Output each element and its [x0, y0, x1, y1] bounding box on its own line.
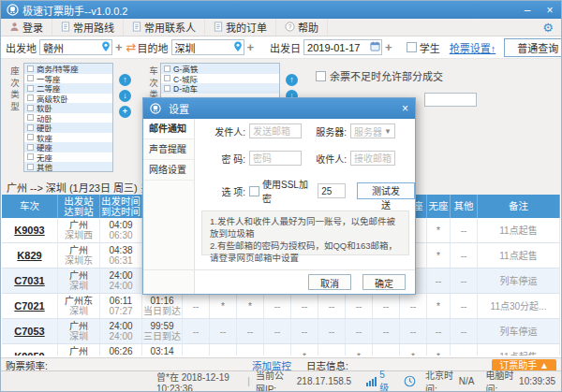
student-checkbox[interactable] — [407, 42, 417, 52]
to-label: 目的地 — [138, 40, 169, 55]
option-label: 其他 — [37, 161, 52, 172]
seat-cell: -- — [210, 319, 237, 343]
arrival-day: 当日到达 — [143, 306, 181, 316]
toolbar-item-label: 常用路线 — [73, 20, 114, 35]
date-input[interactable] — [303, 39, 382, 55]
departure-time: 04:38 — [109, 245, 132, 255]
seat-value: -- — [302, 327, 308, 337]
dialog-tab-3[interactable]: 网络设置 — [143, 160, 194, 181]
checkbox[interactable] — [164, 65, 170, 72]
header-line: 达到站 — [64, 207, 94, 217]
checkbox[interactable] — [27, 124, 34, 131]
partial-deal-option[interactable]: 余票不足时允许部分成交 — [316, 68, 443, 83]
extra-filter-input[interactable] — [424, 93, 477, 107]
seat-value: -- — [436, 276, 442, 286]
toolbar-item-contacts[interactable]: 常用联系人 — [124, 19, 205, 36]
grab-settings-link[interactable]: 抢票设置↑ — [450, 40, 496, 55]
password-input[interactable] — [249, 151, 302, 166]
checkbox[interactable] — [164, 75, 170, 81]
move-up-button[interactable]: ↑ — [119, 74, 131, 86]
seat-cell: -- — [264, 294, 291, 318]
table-row[interactable]: C7053广州深圳24:0024:0099:59三日到达------------… — [2, 319, 560, 344]
date-label: 出发日 — [270, 40, 301, 55]
other-cell: -- — [451, 344, 478, 356]
checkbox[interactable] — [27, 153, 34, 160]
computer-time-label: 电脑时间: — [485, 368, 516, 392]
dialog-tab-1[interactable]: 邮件通知 — [143, 119, 194, 139]
other-cell: -- — [451, 218, 478, 242]
table-row[interactable]: C7021广州东深圳06:1107:2701:16当日到达--**-------… — [2, 294, 560, 319]
no-seat-cell: * — [427, 294, 451, 318]
checkbox[interactable] — [27, 105, 34, 111]
minimize-button[interactable]: – — [522, 5, 533, 16]
checkbox[interactable] — [27, 94, 34, 101]
sender-label: 发件人: — [210, 124, 245, 138]
checkbox[interactable] — [27, 164, 34, 170]
gear-icon[interactable]: ⚙ — [542, 22, 554, 34]
move-down-button[interactable]: ↓ — [119, 90, 131, 102]
checkbox[interactable] — [27, 134, 34, 140]
header-line: 车次 — [20, 201, 39, 211]
remark-text: 列车停运 — [500, 276, 538, 286]
toolbar-item-routes[interactable]: 常用路线 — [52, 19, 124, 36]
ssl-option[interactable]: 使用SSL加密 — [249, 177, 310, 205]
add-to-button[interactable]: + — [247, 40, 255, 54]
remark-cell: 11点起售 — [478, 243, 560, 268]
seat-cell: -- — [346, 294, 373, 318]
to-input[interactable] — [171, 39, 244, 55]
seat-type-option[interactable]: 其他 — [24, 162, 112, 172]
ok-button[interactable]: 确定 — [362, 274, 406, 290]
checkbox[interactable] — [27, 75, 34, 81]
checkbox[interactable] — [27, 85, 34, 92]
sender-input[interactable] — [249, 123, 302, 138]
seat-value: -- — [461, 301, 467, 312]
close-button[interactable]: × — [544, 5, 555, 16]
seat-value: * — [248, 301, 252, 312]
seat-value: -- — [329, 352, 335, 356]
partial-deal-checkbox[interactable] — [316, 71, 326, 81]
train-number-link[interactable]: C7053 — [14, 327, 44, 337]
toolbar-item-help[interactable]: ?帮助 — [276, 19, 328, 36]
port-input[interactable] — [318, 183, 346, 198]
test-send-button[interactable]: 测试发送 — [357, 182, 415, 199]
checkbox[interactable] — [27, 65, 34, 72]
toolbar-item-label: 我的订单 — [226, 20, 267, 35]
seat-type-listbox[interactable]: 商务/特等座一等座二等座高级软卧软卧动卧硬卧软座硬座无座其他 — [23, 63, 113, 172]
toolbar-item-login[interactable]: 登录 — [1, 19, 52, 36]
other-cell: -- — [451, 269, 478, 293]
options-row: 选 项: 使用SSL加密 测试发送 — [195, 177, 415, 205]
duration-cell: 03:14当日到达 — [142, 344, 183, 356]
toolbar-item-orders[interactable]: 我的订单 — [205, 19, 276, 36]
train-type-option[interactable]: D-动车 — [161, 83, 279, 94]
train-number-link[interactable]: C7021 — [14, 301, 44, 312]
contacts-icon — [132, 22, 141, 34]
dialog-title-bar: 设置 × — [143, 98, 415, 119]
dialog-close-icon[interactable]: × — [402, 102, 408, 115]
train-number-link[interactable]: K829 — [17, 251, 41, 261]
header-line: 无座 — [429, 201, 449, 211]
add-from-button[interactable]: + — [115, 40, 123, 54]
add-button[interactable]: + — [119, 106, 131, 118]
to-station: 深圳东 — [65, 255, 93, 266]
train-number-link[interactable]: C7031 — [14, 276, 44, 286]
normal-query-button[interactable]: 普通查询 — [504, 38, 562, 57]
receiver-input[interactable] — [350, 151, 395, 166]
student-option[interactable]: 学生 — [407, 40, 440, 55]
checkbox[interactable] — [27, 144, 34, 151]
dialog-tab-2[interactable]: 声音提醒 — [143, 139, 194, 160]
from-input[interactable] — [39, 39, 112, 55]
train-number-link[interactable]: K9059 — [14, 352, 44, 356]
ip-label: 当前公网IP: — [256, 368, 293, 392]
no-seat-cell: -- — [427, 269, 451, 293]
add-date-button[interactable]: + — [385, 40, 392, 54]
swap-stations-icon[interactable]: ⇄ — [126, 40, 137, 54]
checkbox[interactable] — [27, 114, 34, 121]
move-up-button[interactable]: ↑ — [286, 74, 298, 86]
train-number-link[interactable]: K9093 — [14, 225, 44, 236]
server-select[interactable]: 服务器 ▼ — [350, 123, 395, 138]
checkbox[interactable] — [164, 85, 170, 92]
cancel-button[interactable]: 取消 — [308, 274, 351, 290]
ssl-checkbox[interactable] — [249, 186, 259, 196]
header-line: 到达时间 — [101, 207, 140, 217]
table-row[interactable]: K9059广州深圳西06:2609:4003:14当日到达--------*--… — [2, 344, 560, 356]
